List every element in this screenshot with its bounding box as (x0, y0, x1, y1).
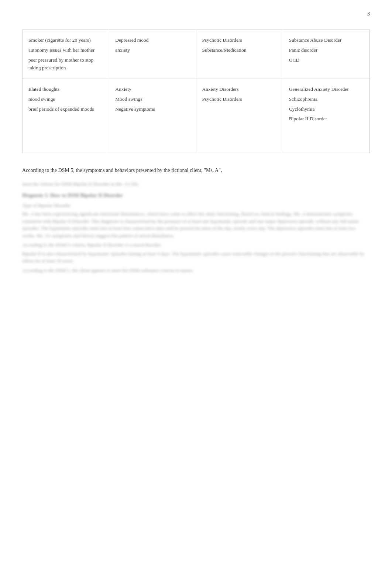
page-number: 3 (367, 11, 370, 17)
table-row: Smoker (cigarette for 20 years) autonomy… (23, 30, 369, 79)
blurred-block-1: Ms. A has been experiencing significant … (22, 210, 370, 239)
cell-line: OCD (289, 56, 364, 64)
table-cell-r2c1: Elated thoughts mood swings brief period… (23, 79, 109, 153)
cell-line: Elated thoughts (28, 86, 103, 93)
cell-line: anxiety (115, 46, 190, 54)
cell-content: Smoker (cigarette for 20 years) autonomy… (28, 37, 103, 72)
cell-line: Cyclothymia (289, 106, 364, 113)
paragraph-section: According to the DSM 5, the symptoms and… (22, 166, 370, 274)
cell-content: Generalized Anxiety Disorder Schizophren… (289, 86, 364, 123)
cell-line: Negative symptoms (115, 106, 190, 113)
table-cell-r1c1: Smoker (cigarette for 20 years) autonomy… (23, 30, 109, 79)
table-cell-r2c3: Anxiety Disorders Psychotic Disorders (196, 79, 283, 153)
table-cell-r1c3: Psychotic Disorders Substance/Medication (196, 30, 283, 79)
cell-line: mood swings (28, 96, 103, 103)
cell-content: Psychotic Disorders Substance/Medication (202, 37, 277, 54)
cell-content: Depressed mood anxiety (115, 37, 190, 54)
table-cell-r1c4: Substance Abuse Disorder Panic disorder … (283, 30, 369, 79)
cell-line: Depressed mood (115, 37, 190, 44)
cell-line: autonomy issues with her mother (28, 46, 103, 54)
visible-paragraph: According to the DSM 5, the symptoms and… (22, 166, 370, 175)
blurred-line-4: According to the DSM 5, the client appea… (22, 267, 370, 274)
cell-line: Substance/Medication (202, 46, 277, 54)
cell-line: peer pressured by mother to stop taking … (28, 56, 103, 72)
main-table: Smoker (cigarette for 20 years) autonomy… (22, 30, 370, 153)
cell-content: Anxiety Mood swings Negative symptoms (115, 86, 190, 113)
cell-line: brief periods of expanded moods (28, 106, 103, 113)
blurred-line-1: meet the criteria for DSM Bipolar II Dis… (22, 180, 370, 188)
cell-content: Elated thoughts mood swings brief period… (28, 86, 103, 113)
blurred-line-2: According to the DSM-5 criteria, Bipolar… (22, 241, 370, 249)
blurred-line-3: Bipolar II is also characterized by hypo… (22, 250, 370, 265)
cell-line: Anxiety (115, 86, 190, 93)
cell-line: Schizophrenia (289, 96, 364, 103)
cell-line: Mood swings (115, 96, 190, 103)
cell-line: Generalized Anxiety Disorder (289, 86, 364, 93)
cell-content: Substance Abuse Disorder Panic disorder … (289, 37, 364, 64)
cell-line: Bipolar II Disorder (289, 115, 364, 123)
table-cell-r2c2: Anxiety Mood swings Negative symptoms (109, 79, 196, 153)
cell-content: Anxiety Disorders Psychotic Disorders (202, 86, 277, 103)
table-cell-r1c2: Depressed mood anxiety (109, 30, 196, 79)
table-row: Elated thoughts mood swings brief period… (23, 79, 369, 153)
table-cell-r2c4: Generalized Anxiety Disorder Schizophren… (283, 79, 369, 153)
cell-line: Panic disorder (289, 46, 364, 54)
cell-line: Smoker (cigarette for 20 years) (28, 37, 103, 44)
cell-line: Substance Abuse Disorder (289, 37, 364, 44)
blurred-content: meet the criteria for DSM Bipolar II Dis… (22, 180, 370, 274)
blurred-heading-1: Diagnosis 1: How to DSM Bipolar II Disor… (22, 192, 370, 200)
cell-line: Psychotic Disorders (202, 37, 277, 44)
cell-line: Anxiety Disorders (202, 86, 277, 93)
blurred-subheading-1: Type of Bipolar Disorder (22, 202, 370, 209)
cell-line: Psychotic Disorders (202, 96, 277, 103)
